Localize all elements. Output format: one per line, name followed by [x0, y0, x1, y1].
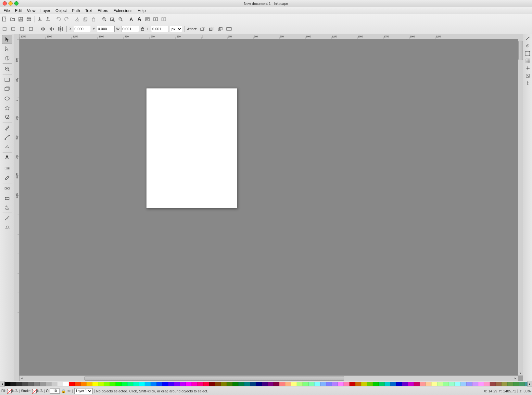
menu-object[interactable]: Object	[53, 8, 69, 13]
color-swatch[interactable]	[408, 382, 414, 386]
affect-btn-4[interactable]	[225, 25, 233, 33]
color-swatch[interactable]	[291, 382, 297, 386]
color-swatch[interactable]	[110, 382, 116, 386]
color-swatch[interactable]	[478, 382, 484, 386]
menu-edit[interactable]: Edit	[13, 8, 24, 13]
snap-enable-button[interactable]	[524, 35, 531, 42]
color-swatch[interactable]	[180, 382, 186, 386]
menu-help[interactable]: Help	[135, 8, 148, 13]
color-swatch[interactable]	[209, 382, 215, 386]
scrollbar-thumb-v[interactable]	[518, 41, 523, 60]
align-btn-2[interactable]	[48, 25, 56, 33]
color-swatch[interactable]	[16, 382, 22, 386]
opacity-input[interactable]	[50, 388, 60, 394]
menu-extensions[interactable]: Extensions	[111, 8, 135, 13]
color-swatch[interactable]	[121, 382, 127, 386]
color-swatch[interactable]	[69, 382, 75, 386]
align-btn-1[interactable]	[39, 25, 47, 33]
color-swatch[interactable]	[385, 382, 390, 386]
color-swatch[interactable]	[139, 382, 145, 386]
affect-btn-1[interactable]	[199, 25, 207, 33]
tool-ellipse[interactable]	[2, 94, 12, 103]
scroll-down-arrow[interactable]: ▼	[518, 371, 523, 375]
color-swatch[interactable]	[57, 382, 63, 386]
color-swatch[interactable]	[133, 382, 139, 386]
color-swatch[interactable]	[402, 382, 408, 386]
save-button[interactable]	[17, 15, 25, 23]
snap-nodes-button[interactable]	[524, 42, 531, 49]
color-swatch[interactable]	[168, 382, 174, 386]
tool-spiral[interactable]	[2, 113, 12, 122]
text-large-btn[interactable]: A	[135, 15, 143, 23]
color-swatch[interactable]	[461, 382, 466, 386]
export-button[interactable]	[44, 15, 52, 23]
y-input[interactable]	[97, 26, 115, 32]
color-swatch[interactable]	[233, 382, 238, 386]
scrollbar-thumb-h[interactable]	[84, 376, 344, 381]
unit-select[interactable]: px mm cm in pt	[170, 26, 182, 32]
menu-text[interactable]: Text	[83, 8, 95, 13]
cut-button[interactable]	[73, 15, 81, 23]
color-swatch[interactable]	[127, 382, 133, 386]
color-swatch[interactable]	[192, 382, 197, 386]
copy-button[interactable]	[82, 15, 89, 23]
color-swatch[interactable]	[186, 382, 192, 386]
color-swatch[interactable]	[157, 382, 162, 386]
h-input[interactable]	[151, 26, 169, 32]
color-swatch[interactable]	[443, 382, 449, 386]
stroke-swatch[interactable]	[32, 389, 37, 393]
tool-text[interactable]: A	[2, 153, 12, 162]
color-swatch[interactable]	[507, 382, 513, 386]
transform-btn-1[interactable]	[1, 25, 8, 33]
paste-button[interactable]	[90, 15, 97, 23]
palette-scroll-right[interactable]: ►	[527, 381, 532, 387]
menu-layer[interactable]: Layer	[38, 8, 53, 13]
color-swatch[interactable]	[344, 382, 349, 386]
color-swatch[interactable]	[75, 382, 81, 386]
color-swatch[interactable]	[484, 382, 490, 386]
color-swatch[interactable]	[414, 382, 420, 386]
color-swatch[interactable]	[116, 382, 121, 386]
import-button[interactable]	[36, 15, 44, 23]
color-swatch[interactable]	[268, 382, 273, 386]
minimize-button[interactable]	[8, 1, 13, 6]
color-swatch[interactable]	[22, 382, 28, 386]
color-swatch[interactable]	[490, 382, 496, 386]
color-swatch[interactable]	[174, 382, 180, 386]
color-swatch[interactable]	[104, 382, 110, 386]
zoom-out-button[interactable]	[117, 15, 124, 23]
scroll-left-arrow[interactable]: ◄	[19, 376, 24, 380]
layer-select[interactable]: Layer 1	[74, 388, 93, 394]
color-swatch[interactable]	[203, 382, 209, 386]
color-swatch[interactable]	[326, 382, 332, 386]
color-swatch[interactable]	[63, 382, 69, 386]
lock-icon[interactable]: 🔒	[61, 389, 66, 393]
color-swatch[interactable]	[355, 382, 361, 386]
tool-select[interactable]	[2, 35, 12, 44]
undo-button[interactable]	[55, 15, 62, 23]
color-swatch[interactable]	[98, 382, 104, 386]
color-swatch[interactable]	[5, 382, 10, 386]
tool-pen[interactable]	[2, 133, 12, 142]
tool-zoom[interactable]	[2, 64, 12, 73]
tool-spray[interactable]	[2, 203, 12, 212]
menu-filters[interactable]: Filters	[95, 8, 110, 13]
menu-path[interactable]: Path	[70, 8, 82, 13]
canvas-area[interactable]: -1750 -1500 -1250 -1000 -750 -500 -250 0…	[14, 34, 523, 381]
color-swatch[interactable]	[34, 382, 40, 386]
tool-measure[interactable]	[2, 214, 12, 223]
color-swatch[interactable]	[279, 382, 285, 386]
tool-eraser[interactable]	[2, 193, 12, 203]
link-text-btn[interactable]	[152, 15, 159, 23]
transform-btn-2[interactable]	[9, 25, 17, 33]
color-swatch[interactable]	[238, 382, 244, 386]
color-swatch[interactable]	[390, 382, 396, 386]
color-swatch[interactable]	[51, 382, 57, 386]
color-swatch[interactable]	[519, 382, 525, 386]
new-button[interactable]	[1, 15, 8, 23]
color-swatch[interactable]	[45, 382, 51, 386]
color-swatch[interactable]	[10, 382, 16, 386]
open-button[interactable]	[9, 15, 17, 23]
tool-3dbox[interactable]	[2, 85, 12, 94]
color-swatch[interactable]	[455, 382, 461, 386]
